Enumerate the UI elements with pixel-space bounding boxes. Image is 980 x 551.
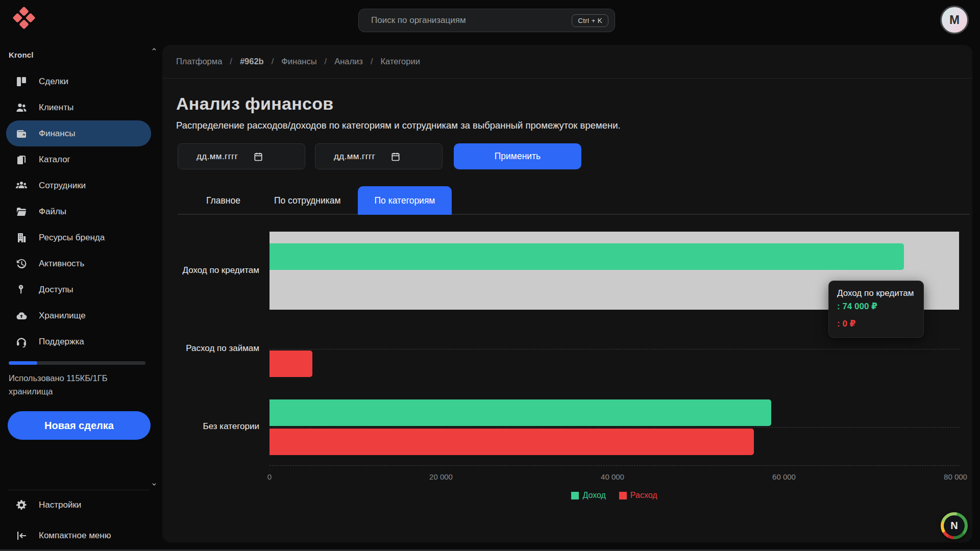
date-filter-bar: дд.мм.гггг дд.мм.гггг Применить	[178, 143, 972, 169]
sidebar: Kroncl СделкиКлиентыФинансыКаталогСотруд…	[0, 45, 162, 551]
user-avatar[interactable]: M	[940, 6, 969, 34]
grid-line	[270, 427, 959, 428]
sidebar-item-label: Финансы	[39, 129, 75, 139]
search-input[interactable]: Поиск по организациям Ctrl + K	[358, 9, 615, 32]
sidebar-item-support[interactable]: Поддержка	[6, 329, 151, 355]
tooltip-income-value: : 74 000 ₽	[837, 301, 914, 312]
floating-status-badge[interactable]: N	[941, 512, 968, 539]
sidebar-item-label: Доступы	[39, 285, 74, 295]
sidebar-item-files[interactable]: Файлы	[6, 198, 151, 224]
main-content-card: Платформа/#962b/Финансы/Анализ/Категории…	[162, 45, 972, 542]
bar-income[interactable]	[270, 243, 904, 270]
collapse-menu-icon	[15, 530, 28, 542]
breadcrumb-item[interactable]: Анализ	[334, 57, 363, 66]
breadcrumb-item[interactable]: #962b	[240, 57, 264, 66]
apply-button[interactable]: Применить	[454, 143, 581, 169]
headset-icon	[15, 336, 28, 348]
sidebar-item-clients[interactable]: Клиенты	[6, 94, 151, 120]
sidebar-item-activity[interactable]: Активность	[6, 251, 151, 277]
sidebar-item-label: Сотрудники	[39, 181, 86, 191]
gear-icon	[15, 499, 28, 511]
tooltip-expense-value: : 0 ₽	[837, 318, 914, 329]
employees-icon	[15, 180, 28, 192]
breadcrumb-item[interactable]: Финансы	[281, 57, 316, 66]
chart-tooltip: Доход по кредитам: 74 000 ₽: 0 ₽	[828, 281, 924, 338]
sidebar-item-label: Каталог	[39, 155, 70, 165]
breadcrumb-separator: /	[325, 57, 327, 66]
sidebar-item-finances[interactable]: Финансы	[6, 120, 151, 146]
sidebar-item-catalog[interactable]: Каталог	[6, 146, 151, 172]
folder-icon	[15, 206, 28, 218]
tabs-bar: ГлавноеПо сотрудникамПо категориям	[176, 186, 972, 215]
date-from-placeholder: дд.мм.гггг	[197, 152, 238, 162]
new-deal-button[interactable]: Новая сделка	[8, 411, 151, 440]
x-axis-tick: 20 000	[429, 472, 453, 481]
tab-by-categories[interactable]: По категориям	[358, 186, 452, 215]
sidebar-item-employees[interactable]: Сотрудники	[6, 172, 151, 198]
sidebar-item-label: Поддержка	[39, 337, 84, 347]
date-to-placeholder: дд.мм.гггг	[334, 152, 375, 162]
key-icon	[15, 284, 28, 296]
x-axis-tick: 0	[267, 472, 272, 481]
bar-income[interactable]	[270, 399, 771, 426]
calendar-icon[interactable]	[390, 152, 401, 162]
sidebar-item-compact-menu[interactable]: Компактное меню	[6, 524, 151, 547]
grid-line	[270, 349, 959, 349]
legend-label: Расход	[630, 491, 657, 500]
chart-plot-area[interactable]: Доход по кредитам: 74 000 ₽: 0 ₽	[270, 232, 959, 466]
sidebar-scroll-down-icon[interactable]	[150, 481, 158, 489]
date-from-input[interactable]: дд.мм.гггг	[178, 143, 305, 169]
brand-logo-icon[interactable]	[14, 8, 34, 28]
kanban-icon	[15, 76, 28, 88]
chart-legend: ДоходРасход	[270, 491, 959, 500]
sidebar-item-label: Клиенты	[39, 103, 74, 113]
sidebar-item-deals[interactable]: Сделки	[6, 68, 151, 94]
legend-label: Доход	[582, 491, 605, 500]
tab-by-employees[interactable]: По сотрудникам	[257, 186, 358, 215]
building-icon	[15, 232, 28, 244]
history-icon	[15, 258, 28, 270]
calendar-icon[interactable]	[253, 152, 263, 162]
legend-item-income[interactable]: Доход	[571, 491, 605, 500]
search-placeholder: Поиск по организациям	[371, 15, 572, 26]
storage-progress-track	[9, 361, 145, 365]
cloud-icon	[15, 310, 28, 322]
topbar: Поиск по организациям Ctrl + K M	[0, 0, 980, 45]
x-axis: 020 00040 00060 00080 000	[270, 472, 959, 485]
date-to-input[interactable]: дд.мм.гггг	[315, 143, 443, 169]
bar-expense[interactable]	[270, 429, 754, 455]
page-subtitle: Распределение расходов/доходов по катего…	[176, 120, 972, 131]
chart-category-label: Без категории	[176, 388, 264, 466]
breadcrumb-separator: /	[371, 57, 373, 66]
sidebar-item-label: Настройки	[39, 500, 81, 510]
sidebar-item-label: Ресурсы бренда	[39, 233, 105, 243]
wallet-icon	[15, 128, 28, 140]
x-axis-tick: 60 000	[772, 472, 796, 481]
sidebar-nav: СделкиКлиентыФинансыКаталогСотрудникиФай…	[0, 68, 162, 355]
breadcrumb-separator: /	[230, 57, 232, 66]
storage-progress-fill	[9, 361, 37, 365]
finance-bar-chart: Доход по кредитамРасход по займамБез кат…	[176, 232, 972, 507]
sidebar-item-label: Активность	[39, 259, 84, 269]
sidebar-scroll-up-icon[interactable]	[150, 45, 158, 53]
sidebar-item-label: Хранилище	[39, 311, 86, 321]
legend-swatch	[571, 492, 579, 499]
sidebar-item-settings[interactable]: Настройки	[6, 494, 151, 516]
sidebar-item-storage[interactable]: Хранилище	[6, 303, 151, 329]
storage-usage-block: Использовано 115КБ/1ГБ хранилища	[9, 361, 148, 398]
legend-item-expense[interactable]: Расход	[619, 491, 657, 500]
breadcrumb-item[interactable]: Платформа	[176, 57, 222, 66]
sidebar-divider	[9, 490, 150, 490]
chart-category-label: Доход по кредитам	[176, 232, 264, 310]
bar-expense[interactable]	[270, 350, 312, 377]
grid-line	[270, 465, 959, 466]
legend-swatch	[619, 492, 627, 499]
breadcrumb-separator: /	[272, 57, 274, 66]
clients-icon	[15, 102, 28, 114]
breadcrumb: Платформа/#962b/Финансы/Анализ/Категории	[162, 45, 972, 79]
breadcrumb-item[interactable]: Категории	[380, 57, 420, 66]
sidebar-item-access[interactable]: Доступы	[6, 277, 151, 303]
tab-main[interactable]: Главное	[189, 186, 257, 215]
x-axis-tick: 40 000	[601, 472, 624, 481]
sidebar-item-brand-assets[interactable]: Ресурсы бренда	[6, 224, 151, 251]
